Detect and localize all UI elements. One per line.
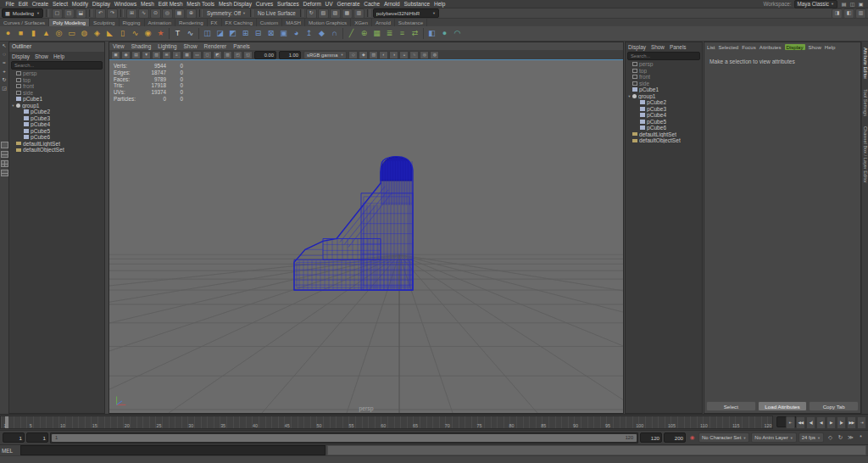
play-forwards-button[interactable]: ▶ [826,416,836,429]
lock-camera-icon[interactable]: ◉ [121,51,131,59]
step-forward-frame-button[interactable]: ▶▶ [847,416,856,429]
show-channel-box-icon[interactable]: ▥ [855,8,866,19]
exposure-field[interactable]: 0.00 [254,51,276,59]
side-tab-attribute-editor[interactable]: Attribute Editor [863,43,868,83]
go-to-end-button[interactable]: ⇥ [857,416,866,429]
outliner-item-pcube3[interactable]: pCube3 [9,115,104,122]
workspace-selector[interactable]: Maya Classic ▼ [794,0,837,8]
menubar-menu-mesh[interactable]: Mesh [139,1,157,7]
film-gate-icon[interactable]: ▭ [192,51,202,59]
right-outliner-item-pcube1[interactable]: pCube1 [626,86,702,93]
select-button[interactable]: Select [706,401,756,411]
shelf-offset-edge-loop-icon[interactable]: ≡ [396,27,409,40]
attribute-editor-menu-show[interactable]: Show [809,44,821,50]
make-object-live-icon[interactable]: ⊕ [186,8,197,19]
viewport-menu-lighting[interactable]: Lighting [158,43,176,49]
menubar-menu-mesh-display[interactable]: Mesh Display [217,1,254,7]
persp-outliner-layout-button[interactable] [1,170,8,176]
playback-speed-button[interactable]: ≫ [846,433,855,443]
shelf-tab-motion-graphics[interactable]: Motion Graphics [305,19,351,26]
right-outliner-item-pcube3[interactable]: pCube3 [626,106,702,113]
right-outliner-item-top[interactable]: top [626,68,702,75]
shelf-poly-cylinder-icon[interactable]: ▮ [27,27,40,40]
shelf-boolean-intersection-icon[interactable]: ◩ [226,27,239,40]
outliner-menu-show[interactable]: Show [35,53,48,59]
shelf-slide-edge-icon[interactable]: ⇄ [409,27,421,40]
wireframe-mode-icon[interactable]: ◇ [348,51,358,59]
outliner-item-pcube4[interactable]: pCube4 [9,121,104,128]
shelf-poly-cone-icon[interactable]: ▲ [40,27,53,40]
shelf-tab-mash[interactable]: MASH [282,19,305,26]
menubar-menu-deform[interactable]: Deform [301,1,323,7]
bookmark-icon[interactable]: ▼ [142,51,151,59]
right-outliner-item-defaultlightset[interactable]: defaultLightSet [626,131,702,138]
shelf-insert-edge-loop-icon[interactable]: ≣ [383,27,396,40]
shelf-poly-super-shape-icon[interactable]: ★ [154,27,167,40]
side-tab-channel-box-layer-editor[interactable]: Channel Box / Layer Editor [863,122,868,187]
outliner-item-front[interactable]: front [9,83,104,90]
menubar-menu-generate[interactable]: Generate [335,1,362,7]
menubar-menu-uv[interactable]: UV [323,1,335,7]
ipr-render-icon[interactable]: ▩ [342,8,353,19]
animation-end-field[interactable]: 200 [664,432,686,443]
workspace-options-icon[interactable]: ▤ [840,1,848,7]
shelf-tab-fx[interactable]: FX [208,19,222,26]
safe-action-icon[interactable]: ◰ [233,51,242,59]
attribute-editor-menu-focus[interactable]: Focus [742,44,756,50]
outliner-item-pcube1[interactable]: pCube1 [9,96,104,103]
grease-pencil-icon[interactable]: ≡ [172,51,181,59]
anim-layer-select[interactable]: No Anim Layer ▼ [751,432,796,443]
select-tool-icon[interactable]: ↖ [0,42,8,50]
right-outliner-item-front[interactable]: front [626,74,702,81]
shelf-poly-helix-icon[interactable]: ∿ [129,27,142,40]
menubar-menu-select[interactable]: Select [51,1,70,7]
menubar-menu-surfaces[interactable]: Surfaces [275,1,301,7]
right-outliner-item-pcube4[interactable]: pCube4 [626,112,702,119]
load-attributes-button[interactable]: Load Attributes [758,401,808,411]
camera-attributes-icon[interactable]: ▤ [131,51,141,59]
safe-title-icon[interactable]: ◱ [243,51,253,59]
screen-space-ao-icon[interactable]: ◒ [399,51,409,59]
menubar-menu-substance[interactable]: Substance [402,1,432,7]
scale-tool-icon[interactable]: ◲ [0,84,8,92]
shelf-mirror-icon[interactable]: ◧ [426,27,438,40]
menubar-menu-cache[interactable]: Cache [362,1,382,7]
shelf-smooth-sculpt-icon[interactable]: ◠ [451,27,464,40]
side-tab-tool-settings[interactable]: Tool Settings [863,85,868,120]
step-back-key-button[interactable]: ◀| [806,416,815,429]
copy-tab-button[interactable]: Copy Tab [809,401,859,411]
shelf-tab-fx-caching[interactable]: FX Caching [222,19,257,26]
save-scene-icon[interactable]: ⬓ [75,8,86,19]
outliner-item-persp[interactable]: persp [9,70,104,77]
construction-history-icon[interactable]: ↻ [306,8,317,19]
viewport-menu-panels[interactable]: Panels [233,43,250,49]
menubar-menu-edit[interactable]: Edit [16,1,30,7]
outliner-item-defaultobjectset[interactable]: defaultObjectSet [9,147,104,153]
outliner-item-pcube5[interactable]: pCube5 [9,128,104,135]
go-to-start-button[interactable]: ⇤ [786,416,795,429]
view-transform-select[interactable]: sRGB gamma ▼ [303,51,347,59]
timeline-ruler[interactable]: 1510152025303540455055606570758085909510… [0,416,773,429]
shelf-boolean-union-icon[interactable]: ◫ [201,27,214,40]
viewport-canvas[interactable]: Verts:95440Edges:187470Faces:97890Tris:1… [109,59,623,413]
shelf-poly-torus-icon[interactable]: ◎ [53,27,65,40]
animation-preferences-button[interactable]: * [856,433,865,443]
menubar-menu-display[interactable]: Display [90,1,112,7]
right-outliner-menu-panels[interactable]: Panels [670,44,687,50]
menubar-menu-create[interactable]: Create [30,1,50,7]
grid-toggle-icon[interactable]: ▦ [182,51,192,59]
range-slider-handle[interactable]: 1 120 [52,434,637,442]
two-pane-layout-button[interactable] [1,151,8,158]
shelf-bridge-icon[interactable]: ∩ [328,27,341,40]
shelf-tab-sculpting[interactable]: Sculpting [90,19,119,26]
live-surface-toggle[interactable]: No Live Surface [256,10,298,16]
quick-input-field[interactable]: polybevel32NiHbR ▼ [373,8,439,18]
gate-mask-icon[interactable]: ◩ [213,51,222,59]
shelf-poly-platonic-icon[interactable]: ◈ [91,27,103,40]
show-tool-settings-icon[interactable]: ◧ [843,8,854,19]
shelf-tab-substance[interactable]: Substance [395,19,427,26]
menubar-menu-edit-mesh[interactable]: Edit Mesh [156,1,185,7]
animation-start-field[interactable]: 1 [3,432,25,443]
shelf-tab-poly-modeling[interactable]: Poly Modeling [49,19,90,26]
snap-to-point-icon[interactable]: ⊙ [150,8,161,19]
